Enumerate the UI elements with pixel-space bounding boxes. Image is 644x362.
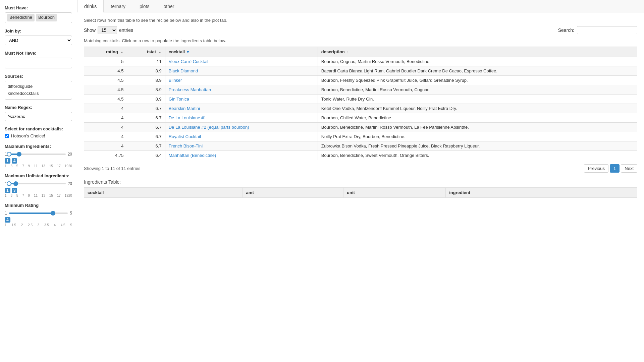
- table-row[interactable]: 4.5 8.9 Preakness Manhattan Bourbon, Ben…: [84, 85, 637, 95]
- max-unl-badge-high: 3: [12, 188, 17, 193]
- min-rat-thumb[interactable]: [51, 211, 55, 216]
- cell-tstat: 6.7: [127, 141, 165, 151]
- name-regex-input[interactable]: [5, 112, 72, 121]
- entries-label: entries: [119, 27, 133, 33]
- sources-label: Sources:: [5, 74, 72, 79]
- name-regex-label: Name Regex:: [5, 105, 72, 110]
- cocktail-link[interactable]: Blinker: [169, 78, 182, 83]
- table-row[interactable]: 4 6.7 De La Louisiane #2 (equal parts bo…: [84, 123, 637, 132]
- cocktail-link[interactable]: French Bison-Tini: [169, 143, 203, 148]
- ing-header: cocktail amt unit ingredient: [84, 188, 637, 198]
- cocktail-link[interactable]: Preakness Manhattan: [169, 87, 211, 92]
- max-unl-thumb-low[interactable]: [7, 181, 11, 186]
- cell-rating: 4: [84, 132, 127, 141]
- cocktail-link[interactable]: De La Louisiane #2 (equal parts bourbon): [169, 125, 249, 130]
- cell-cocktail: De La Louisiane #2 (equal parts bourbon): [165, 123, 318, 132]
- cell-cocktail: Bearskin Martini: [165, 104, 318, 113]
- table-row[interactable]: 4 6.7 French Bison-Tini Zubrowka Bison V…: [84, 141, 637, 151]
- max-unl-badge-low: 1: [5, 188, 10, 193]
- cell-cocktail: Manhattan (Bénédictine): [165, 151, 318, 160]
- hobsons-choice-row: Hobson's Choice!: [5, 133, 72, 138]
- cell-tstat: 8.9: [127, 66, 165, 76]
- max-ing-max: 20: [68, 152, 72, 157]
- table-row[interactable]: 4 6.7 Royalist Cocktail Noilly Prat Extr…: [84, 132, 637, 141]
- max-ing-thumb-high[interactable]: [17, 152, 21, 157]
- max-ing-badge-low: 1: [5, 158, 10, 164]
- table-body: 5 11 Vieux Carré Cocktail Bourbon, Cogna…: [84, 57, 637, 160]
- cell-tstat: 6.4: [127, 151, 165, 160]
- col-description[interactable]: description ↕: [318, 47, 637, 57]
- cell-tstat: 8.9: [127, 76, 165, 85]
- max-unlisted-row: 1 20: [5, 180, 72, 187]
- cocktail-link[interactable]: Vieux Carré Cocktail: [169, 59, 208, 64]
- cocktail-link[interactable]: Gin Tonica: [169, 97, 189, 102]
- col-rating[interactable]: rating ▲: [84, 47, 127, 57]
- cocktail-link[interactable]: Bearskin Martini: [169, 106, 200, 111]
- cocktail-link[interactable]: Manhattan (Bénédictine): [169, 153, 216, 158]
- cocktail-link[interactable]: Black Diamond: [169, 68, 198, 73]
- cell-rating: 4.5: [84, 76, 127, 85]
- tab-plots[interactable]: plots: [132, 0, 157, 12]
- cell-tstat: 6.7: [127, 123, 165, 132]
- show-select[interactable]: 10 15 25 50 100: [98, 26, 117, 34]
- cocktail-link[interactable]: Royalist Cocktail: [169, 134, 201, 139]
- cell-rating: 5: [84, 57, 127, 66]
- cell-rating: 4.5: [84, 95, 127, 104]
- table-row[interactable]: 4.5 8.9 Blinker Bourbon, Freshly Squeeze…: [84, 76, 637, 85]
- cell-cocktail: Vieux Carré Cocktail: [165, 57, 318, 66]
- table-row[interactable]: 4 6.7 Bearskin Martini Ketel One Vodka, …: [84, 104, 637, 113]
- cell-tstat: 6.7: [127, 104, 165, 113]
- table-row[interactable]: 4.5 8.9 Gin Tonica Tonic Water, Rutte Dr…: [84, 95, 637, 104]
- must-have-tags[interactable]: Benedictine Bourbon: [5, 12, 72, 23]
- col-tstat[interactable]: tstat ▲: [127, 47, 165, 57]
- header-row: rating ▲ tstat ▲ cocktail ▼ description …: [84, 47, 637, 57]
- col-cocktail[interactable]: cocktail ▼: [165, 47, 318, 57]
- min-rating-label: Minimum Rating: [5, 203, 72, 208]
- pagination-controls: Previous 1 Next: [584, 164, 637, 173]
- tab-ternary[interactable]: ternary: [104, 0, 132, 12]
- tag-bourbon: Bourbon: [36, 14, 57, 21]
- cell-description: Ketel One Vodka, Mentzendorff Kummel Liq…: [318, 104, 637, 113]
- table-row[interactable]: 4.5 8.9 Black Diamond Bacardi Carta Blan…: [84, 66, 637, 76]
- table-row[interactable]: 5 11 Vieux Carré Cocktail Bourbon, Cogna…: [84, 57, 637, 66]
- ingredients-table: cocktail amt unit ingredient: [84, 187, 637, 198]
- hobsons-choice-label: Hobson's Choice!: [11, 133, 45, 138]
- max-ingredients-slider: 1 20 1 4 135 7911 131517 1920: [5, 151, 72, 168]
- must-have-section: Must Have: Benedictine Bourbon: [5, 5, 72, 23]
- min-rat-max: 5: [70, 211, 72, 216]
- showing-text: Showing 1 to 11 of 11 entries: [84, 166, 140, 171]
- page-1-button[interactable]: 1: [610, 164, 620, 173]
- previous-button[interactable]: Previous: [584, 164, 608, 173]
- tab-drinks[interactable]: drinks: [77, 0, 104, 12]
- cell-description: Bourbon, Benedictine, Martini Rosso Verm…: [318, 85, 637, 95]
- hobsons-choice-checkbox[interactable]: [5, 134, 9, 138]
- max-ing-badges: 1 4: [5, 158, 72, 164]
- cell-tstat: 6.7: [127, 113, 165, 123]
- name-regex-section: Name Regex:: [5, 105, 72, 121]
- must-not-have-input[interactable]: [5, 58, 72, 68]
- matching-text: Matching cocktails. Click on a row to po…: [84, 38, 637, 43]
- join-by-select[interactable]: AND OR: [5, 36, 72, 45]
- max-ing-badge-high: 4: [12, 158, 17, 164]
- search-row: Search:: [558, 26, 637, 34]
- max-unl-thumb-high[interactable]: [13, 181, 18, 186]
- tstat-sort-icon: ▲: [158, 50, 162, 54]
- max-ing-thumb-low[interactable]: [7, 152, 11, 157]
- cell-description: Bourbon, Cognac, Martini Rosso Vermouth,…: [318, 57, 637, 66]
- cell-rating: 4: [84, 123, 127, 132]
- hint-text: Select rows from this table to see the r…: [84, 18, 637, 23]
- max-unlisted-section: Maximum Unlisted Ingredients: 1 20 1 3 1…: [5, 173, 72, 197]
- cell-description: Bourbon, Benedictine, Martini Rosso Verm…: [318, 123, 637, 132]
- table-row[interactable]: 4 6.7 De La Louisiane #1 Bourbon, Chille…: [84, 113, 637, 123]
- table-row[interactable]: 4.75 6.4 Manhattan (Bénédictine) Bourbon…: [84, 151, 637, 160]
- tab-other[interactable]: other: [157, 0, 181, 12]
- next-button[interactable]: Next: [621, 164, 637, 173]
- cocktail-link[interactable]: De La Louisiane #1: [169, 115, 206, 120]
- max-ingredients-section: Maximum Ingredients: 1 20 1 4 135: [5, 144, 72, 168]
- cell-rating: 4: [84, 141, 127, 151]
- cell-cocktail: Gin Tonica: [165, 95, 318, 104]
- max-unlisted-label: Maximum Unlisted Ingredients:: [5, 173, 72, 178]
- sources-section: Sources: diffordsguide kindredcocktails: [5, 74, 72, 100]
- cell-tstat: 11: [127, 57, 165, 66]
- search-input[interactable]: [577, 26, 637, 34]
